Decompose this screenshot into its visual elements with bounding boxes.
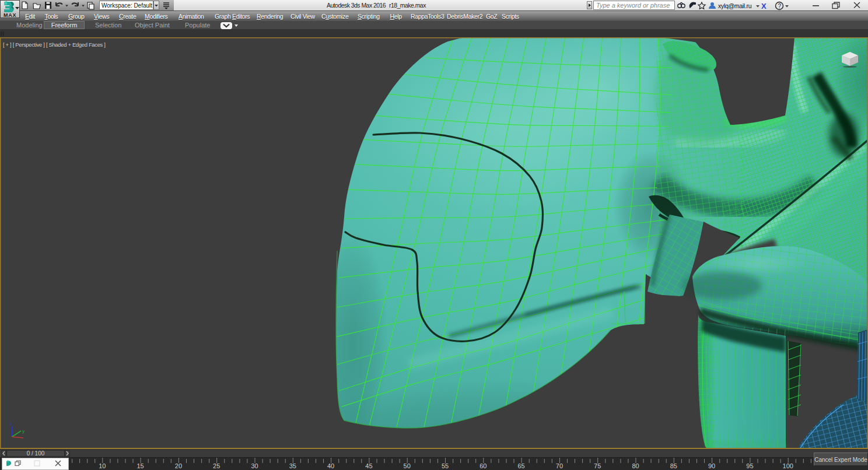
svg-text:75: 75 (594, 462, 601, 469)
svg-text:10: 10 (99, 462, 106, 469)
svg-text:95: 95 (746, 462, 753, 469)
svg-text:30: 30 (251, 462, 258, 469)
svg-text:15: 15 (136, 462, 144, 469)
svg-text:100: 100 (783, 462, 793, 469)
svg-text:35: 35 (289, 462, 296, 469)
svg-text:65: 65 (517, 462, 524, 469)
svg-text:90: 90 (708, 462, 715, 469)
svg-text:45: 45 (365, 462, 372, 469)
svg-text:60: 60 (480, 462, 487, 469)
svg-text:20: 20 (175, 462, 182, 469)
svg-text:80: 80 (632, 462, 639, 469)
svg-text:85: 85 (670, 462, 677, 469)
svg-text:50: 50 (404, 462, 411, 469)
svg-text:70: 70 (556, 462, 563, 469)
svg-text:55: 55 (442, 462, 449, 469)
svg-text:25: 25 (213, 462, 220, 469)
svg-text:40: 40 (327, 462, 334, 469)
